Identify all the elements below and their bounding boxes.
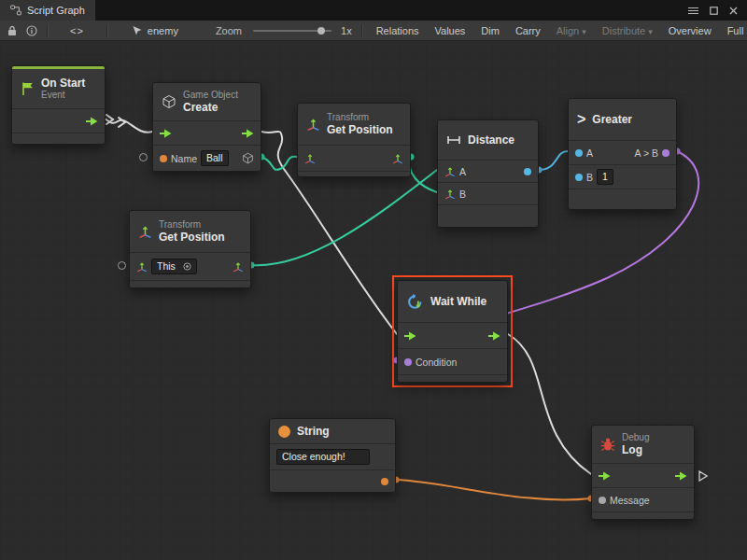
output-label: A > B (635, 147, 658, 159)
flow-output-port[interactable] (675, 471, 687, 481)
zoom-value: 1x (341, 25, 352, 36)
transform-input-port[interactable] (136, 261, 148, 273)
tab-title: Script Graph (27, 5, 85, 16)
vector-output-port[interactable] (233, 261, 244, 273)
close-icon[interactable] (729, 7, 738, 15)
node-title: Log (622, 443, 649, 456)
node-title: Create (183, 101, 238, 114)
distance-icon (446, 134, 461, 146)
node-category: Game Object (183, 90, 238, 101)
node-get-position-self[interactable]: Transform Get Position This (129, 210, 251, 288)
name-value-field[interactable]: Ball (201, 150, 229, 166)
port-label: Condition (416, 357, 457, 368)
flow-input-port[interactable] (599, 471, 611, 481)
node-title: Greater (592, 113, 632, 126)
port-label: B (459, 189, 466, 200)
graph-toolbar: <> enemy Zoom 1x Relations Values Dim Ca… (0, 21, 747, 41)
node-category: Transform (159, 219, 225, 231)
flow-output-port[interactable] (488, 331, 500, 341)
node-get-position-top[interactable]: Transform Get Position (297, 103, 411, 177)
bool-output-port[interactable] (662, 149, 669, 157)
unconnected-port-indicator[interactable] (139, 153, 148, 161)
target-value-field[interactable]: This (151, 259, 197, 274)
code-icon[interactable]: <> (70, 25, 84, 36)
distribute-dropdown[interactable]: Distribute (600, 25, 655, 36)
window-controls (688, 7, 747, 15)
node-category: Debug (622, 432, 649, 443)
unconnected-flow-indicator[interactable] (698, 469, 708, 485)
graph-target[interactable]: enemy (130, 25, 180, 36)
graph-icon (10, 5, 21, 16)
input-port-b[interactable] (575, 174, 583, 181)
node-category: Transform (327, 112, 393, 123)
node-subtitle: Event (41, 90, 85, 101)
greater-icon: > (577, 111, 585, 128)
port-label: B (586, 172, 593, 183)
port-label: A (586, 147, 593, 159)
machine-icon (132, 25, 143, 36)
transform-icon (138, 225, 152, 239)
vector-input-port-a[interactable] (444, 166, 456, 177)
dim-button[interactable]: Dim (479, 25, 501, 36)
full-screen-button[interactable]: Full Screen (726, 25, 747, 36)
gameobject-output-port[interactable] (242, 152, 254, 164)
flow-input-port[interactable] (160, 129, 172, 138)
carry-button[interactable]: Carry (514, 25, 543, 36)
flow-output-port[interactable] (86, 117, 98, 126)
port-label: Name (171, 153, 197, 164)
node-title: Get Position (159, 231, 225, 244)
flow-output-port[interactable] (242, 129, 254, 138)
zoom-slider[interactable] (253, 30, 331, 32)
target-value: This (157, 260, 176, 273)
node-wait-while[interactable]: Wait While Condition (397, 280, 508, 383)
values-button[interactable]: Values (433, 25, 468, 36)
node-title: Wait While (430, 295, 486, 308)
lock-icon[interactable] (7, 25, 17, 36)
tab-script-graph[interactable]: Script Graph (0, 0, 95, 21)
flow-input-port[interactable] (404, 331, 416, 341)
name-input-port[interactable] (160, 155, 167, 162)
overview-button[interactable]: Overview (667, 25, 713, 36)
wait-while-icon (406, 293, 424, 311)
bug-icon (600, 437, 615, 452)
script-graph-window: Script Graph <> enemy (0, 0, 747, 560)
node-distance[interactable]: Distance A B (437, 119, 539, 228)
node-debug-log[interactable]: Debug Log Message (591, 425, 695, 520)
float-output-port[interactable] (524, 168, 531, 175)
vector-output-port[interactable] (392, 153, 403, 164)
node-create[interactable]: Game Object Create Name Ball (152, 82, 261, 172)
vector-input-port-b[interactable] (444, 189, 456, 200)
title-bar: Script Graph (0, 0, 747, 21)
toolbar-separator (106, 24, 107, 37)
node-string[interactable]: String Close enough! (269, 418, 396, 493)
node-on-start[interactable]: On Start Event (11, 65, 106, 145)
condition-input-port[interactable] (404, 358, 412, 366)
node-title: String (297, 425, 330, 438)
message-input-port[interactable] (599, 497, 606, 504)
port-label: A (459, 166, 466, 177)
node-title: Distance (468, 133, 514, 147)
string-value-field[interactable]: Close enough! (276, 449, 370, 465)
string-output-port[interactable] (381, 478, 388, 485)
toolbar-separator (361, 24, 362, 37)
cube-icon (162, 94, 176, 109)
zoom-label: Zoom (214, 25, 244, 36)
graph-target-label: enemy (148, 25, 178, 36)
node-title: On Start (41, 77, 85, 90)
transform-input-port[interactable] (304, 153, 316, 164)
maximize-icon[interactable] (710, 7, 718, 15)
unconnected-port-indicator[interactable] (118, 261, 126, 270)
input-port-a[interactable] (575, 149, 583, 157)
align-dropdown[interactable]: Align (555, 25, 588, 36)
zoom-slider-handle[interactable] (317, 27, 325, 35)
target-picker-icon[interactable] (183, 262, 191, 271)
node-title: Get Position (327, 123, 393, 136)
toolbar-separator (47, 24, 48, 37)
node-greater[interactable]: > Greater A A > B B 1 (568, 98, 677, 210)
b-value-field[interactable]: 1 (597, 169, 613, 185)
relations-button[interactable]: Relations (374, 25, 421, 36)
string-icon (278, 426, 290, 438)
toolbar-buttons: Relations Values Dim Carry Align Distrib… (361, 24, 747, 37)
info-icon[interactable] (26, 25, 37, 36)
menu-icon[interactable] (688, 7, 698, 15)
